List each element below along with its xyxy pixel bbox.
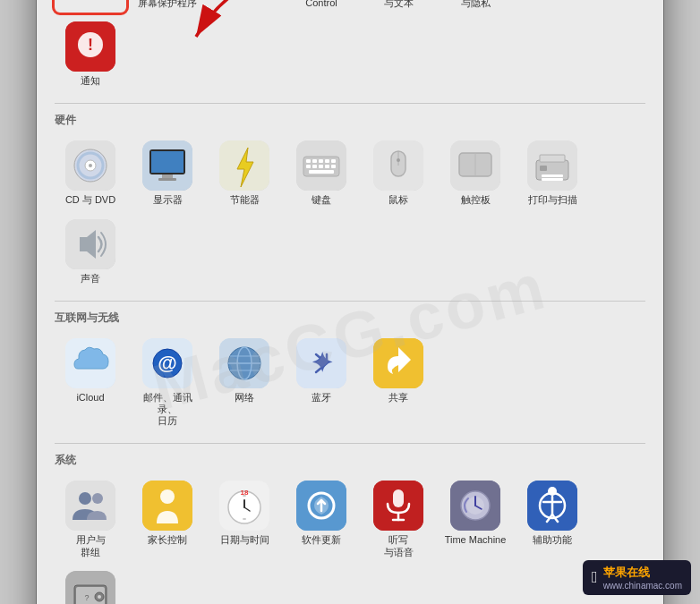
- keyboard-icon-svg: [296, 140, 346, 191]
- svg-rect-59: [312, 165, 317, 168]
- svg-text:✦: ✦: [311, 348, 333, 378]
- parental-icon: [142, 481, 192, 531]
- icon-item-desktop[interactable]: 桌面与屏幕保护程序: [132, 0, 203, 13]
- icon-item-users[interactable]: 用户与群组: [55, 477, 126, 561]
- icon-item-language[interactable]: 语言与文本: [363, 0, 434, 13]
- svg-text:?: ?: [84, 593, 89, 602]
- mission-label: MissionControl: [304, 0, 337, 9]
- system-preferences-window: 系统偏好设置 ◀ ▶ 全部显示 MacCG.com: [37, 0, 663, 604]
- icon-item-softupdate[interactable]: 软件更新: [286, 477, 357, 561]
- icon-item-mail[interactable]: @ 邮件、通讯录、日历: [132, 335, 203, 431]
- icon-wrap-cddvd: [65, 140, 115, 191]
- icon-item-dictation[interactable]: 听写与语音: [363, 477, 434, 561]
- icon-wrap-print: [527, 140, 577, 191]
- icon-item-sound[interactable]: 声音: [55, 216, 126, 288]
- svg-point-93: [79, 492, 91, 505]
- section-hardware: CD 与 DVD 显示器: [55, 137, 645, 287]
- brand-name: 苹果在线: [603, 565, 682, 581]
- icon-item-mission[interactable]: MissionControl: [286, 0, 357, 13]
- energy-icon-svg: [219, 140, 269, 191]
- security-label: 安全性与隐私: [461, 0, 491, 9]
- users-icon: [65, 481, 115, 531]
- icon-item-general[interactable]: 通用 通用: [55, 0, 126, 13]
- trackpad-icon: [450, 140, 500, 191]
- svg-rect-47: [162, 174, 173, 178]
- trackpad-icon-svg: [450, 140, 500, 191]
- svg-rect-63: [309, 170, 334, 174]
- brand-url: www.chinamac.com: [603, 581, 682, 591]
- svg-rect-74: [542, 174, 563, 177]
- icon-item-timemachine[interactable]: Time Machine: [440, 477, 511, 561]
- content-area: MacCG.com 个人: [37, 0, 663, 604]
- icon-item-startup[interactable]: ? 启动磁盘: [55, 567, 126, 604]
- print-label: 打印与扫描: [528, 194, 577, 206]
- svg-text:18: 18: [241, 489, 249, 497]
- icon-item-accessibility[interactable]: 辅助功能: [516, 477, 588, 561]
- icon-item-icloud[interactable]: iCloud: [55, 335, 126, 431]
- icon-wrap-dictation: [373, 481, 423, 531]
- icon-item-mouse[interactable]: 鼠标: [363, 137, 434, 209]
- mail-icon: @: [142, 338, 192, 388]
- icon-item-notification[interactable]: ! 通知: [55, 18, 126, 90]
- startup-icon: ?: [65, 571, 115, 604]
- icon-wrap-icloud: [65, 338, 115, 388]
- svg-point-67: [397, 158, 400, 162]
- svg-rect-100: [243, 518, 246, 520]
- dictation-icon-svg: [373, 481, 423, 531]
- icon-item-datetime[interactable]: 18 日期与时间: [209, 477, 280, 561]
- svg-rect-76: [540, 155, 565, 162]
- softupdate-icon-svg: [296, 481, 346, 531]
- icon-item-parental[interactable]: 家长控制: [132, 477, 203, 561]
- icon-item-dock[interactable]: Dock: [209, 0, 280, 13]
- svg-rect-108: [393, 489, 404, 507]
- icon-wrap-network: [219, 338, 269, 388]
- section-system: 用户与群组 家长控制: [55, 477, 645, 604]
- icon-item-sharing[interactable]: 共享: [363, 335, 434, 431]
- icon-item-cddvd[interactable]: CD 与 DVD: [55, 137, 126, 209]
- icon-wrap-trackpad: [450, 140, 500, 191]
- icon-wrap-accessibility: [527, 481, 577, 531]
- icon-item-trackpad[interactable]: 触控板: [440, 137, 511, 209]
- accessibility-icon-svg: [527, 481, 577, 531]
- svg-rect-75: [542, 178, 563, 181]
- datetime-label: 日期与时间: [220, 534, 269, 546]
- svg-rect-48: [158, 178, 176, 181]
- users-icon-svg: [65, 481, 115, 531]
- icon-wrap-startup: ?: [65, 571, 115, 604]
- mouse-label: 鼠标: [388, 194, 408, 206]
- sound-icon: [65, 219, 115, 269]
- icon-wrap-bluetooth: ✦: [296, 338, 346, 388]
- icon-wrap-mouse: [373, 140, 423, 191]
- icon-item-keyboard[interactable]: 键盘: [286, 137, 357, 209]
- notification-label: 通知: [81, 75, 100, 87]
- icon-item-bluetooth[interactable]: ✦ 蓝牙: [286, 335, 357, 431]
- icon-item-print[interactable]: 打印与扫描: [516, 137, 588, 209]
- energy-label: 节能器: [230, 194, 260, 206]
- trackpad-label: 触控板: [461, 194, 491, 206]
- bluetooth-icon: ✦: [296, 338, 346, 388]
- svg-text:!: !: [88, 36, 93, 54]
- icon-item-energy[interactable]: 节能器: [209, 137, 280, 209]
- notification-icon: !: [65, 21, 115, 72]
- section-label-system: 系统: [55, 453, 645, 468]
- softupdate-label: 软件更新: [302, 534, 341, 546]
- divider-hardware: [55, 103, 645, 104]
- desktop-label: 桌面与屏幕保护程序: [138, 0, 197, 9]
- display-label: 显示器: [153, 194, 183, 206]
- brand-badge:  苹果在线 www.chinamac.com: [583, 560, 691, 595]
- sound-label: 声音: [81, 273, 100, 285]
- icon-item-network[interactable]: 网络: [209, 335, 280, 431]
- icon-item-display[interactable]: 显示器: [132, 137, 203, 209]
- parental-icon-svg: [142, 481, 192, 531]
- datetime-icon-svg: 18: [219, 481, 269, 531]
- svg-rect-92: [65, 481, 115, 531]
- language-label: 语言与文本: [384, 0, 414, 9]
- icon-item-spotlight[interactable]: Spotlight: [516, 0, 588, 13]
- icon-item-security[interactable]: 安全性与隐私: [440, 0, 511, 13]
- bluetooth-icon-svg: ✦: [296, 338, 346, 388]
- svg-rect-53: [306, 159, 311, 163]
- timemachine-icon: [450, 481, 500, 531]
- print-icon: [527, 140, 577, 191]
- svg-rect-62: [331, 165, 336, 168]
- cddvd-icon-svg: [65, 140, 115, 191]
